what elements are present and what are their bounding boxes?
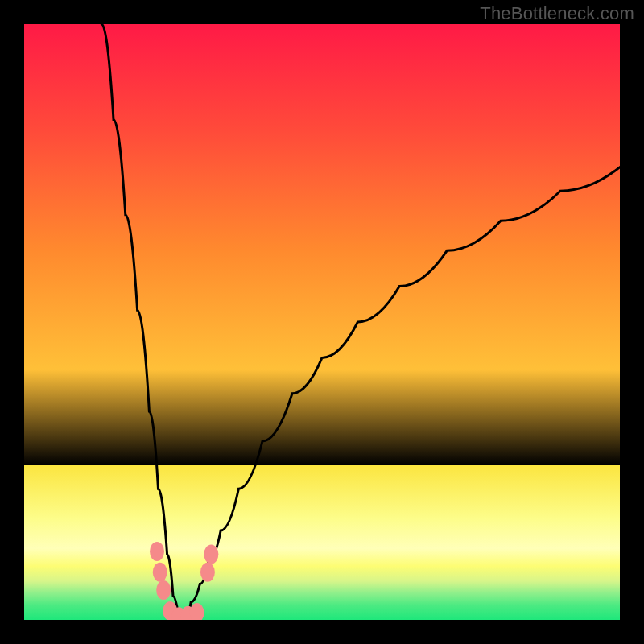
- curve-marker: [156, 580, 171, 600]
- curve-marker: [204, 545, 218, 564]
- curve-marker: [153, 563, 167, 582]
- chart-frame: TheBottleneck.com: [0, 0, 644, 644]
- curve-marker: [150, 542, 164, 561]
- curve-layer: [24, 24, 620, 620]
- plot-area: [24, 24, 620, 620]
- curve-marker: [200, 563, 215, 582]
- curve-markers: [150, 542, 218, 620]
- curve-marker: [190, 603, 204, 620]
- bottleneck-curve: [101, 24, 620, 620]
- watermark-text: TheBottleneck.com: [480, 3, 634, 24]
